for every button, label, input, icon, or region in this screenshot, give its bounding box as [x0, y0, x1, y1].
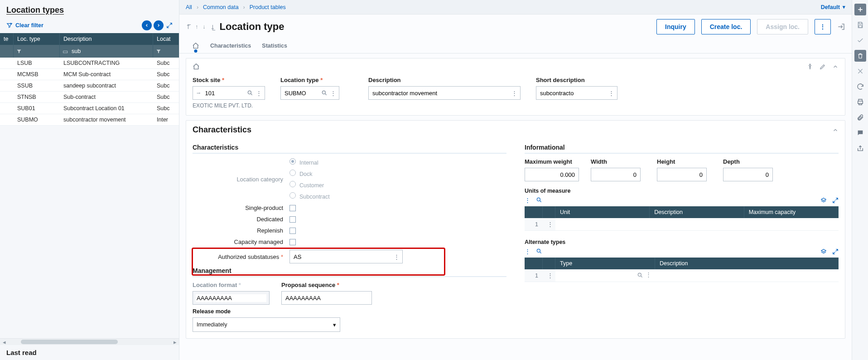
next-page-icon[interactable] — [154, 20, 164, 30]
share-icon[interactable] — [854, 142, 866, 154]
release-mode-select[interactable]: Immediately ▾ — [193, 317, 340, 332]
row-kebab-icon[interactable]: ⋮ — [543, 269, 555, 282]
list-item[interactable]: STNSBSub-contractSubc — [0, 92, 179, 103]
layers-icon[interactable] — [820, 197, 827, 204]
checkbox-replenish[interactable] — [289, 228, 296, 234]
col-loctype[interactable]: Loc. type — [14, 33, 60, 45]
search-icon[interactable] — [247, 90, 253, 96]
record-nav: ↑̅ ↑ ↓ ↓̲ — [186, 24, 215, 30]
list-item[interactable]: MCMSBMCM Sub-contractSubc — [0, 69, 179, 80]
delete-icon[interactable] — [854, 50, 866, 62]
list-item[interactable]: SUB01Subcontract Location 01Subc — [0, 103, 179, 114]
search-icon[interactable] — [536, 197, 542, 204]
row-kebab-icon[interactable]: ⋮ — [543, 218, 555, 231]
col-locat[interactable]: Locat — [153, 33, 179, 45]
tab-characteristics[interactable]: Characteristics — [210, 43, 251, 49]
expand-icon[interactable] — [166, 22, 173, 29]
collapse-icon[interactable] — [832, 63, 839, 70]
expand-icon[interactable] — [832, 248, 839, 255]
depth-input[interactable] — [726, 171, 770, 179]
collapse-icon[interactable] — [832, 127, 839, 133]
checkbox-single-product[interactable] — [289, 205, 296, 211]
scroll-left-icon[interactable]: ◂ — [1, 339, 7, 345]
col-cap[interactable]: Maximum capacity — [744, 206, 839, 218]
stock-site-input[interactable] — [204, 89, 245, 97]
kebab-icon[interactable]: ⋮ — [646, 271, 651, 278]
col-description[interactable]: Description — [60, 33, 153, 45]
svg-point-4 — [638, 273, 641, 276]
scroll-right-icon[interactable]: ▸ — [172, 339, 178, 345]
expand-icon[interactable] — [832, 197, 839, 204]
cancel-icon[interactable] — [854, 65, 866, 77]
width-input[interactable] — [594, 171, 637, 179]
kebab-icon[interactable]: ⋮ — [525, 197, 530, 204]
next-record-icon[interactable]: ↓ — [203, 24, 205, 30]
layers-icon[interactable] — [820, 248, 827, 255]
clear-filter[interactable]: Clear filter — [6, 22, 43, 29]
col-desc[interactable]: Description — [650, 206, 744, 218]
scroll-thumb[interactable] — [21, 340, 118, 344]
profile-selector[interactable]: Default ▾ — [821, 4, 845, 10]
chat-icon[interactable] — [854, 127, 866, 139]
pin-icon[interactable] — [807, 63, 813, 70]
breadcrumb-all[interactable]: All — [186, 4, 192, 10]
create-loc-button[interactable]: Create loc. — [701, 19, 751, 34]
list-item[interactable]: SSUBsandeep subcontractSubc — [0, 80, 179, 92]
search-icon[interactable] — [637, 272, 643, 278]
uom-table[interactable]: Unit Description Maximum capacity 1⋮ — [525, 206, 839, 231]
description-input[interactable] — [371, 89, 509, 97]
page-more-button[interactable]: ⋮ — [815, 19, 831, 34]
list-item[interactable]: SUBMOsubcontractor movementInter — [0, 114, 179, 126]
refresh-icon[interactable] — [854, 81, 866, 92]
breadcrumb-common[interactable]: Common data — [203, 4, 239, 10]
funnel-icon[interactable] — [16, 49, 22, 54]
kebab-icon[interactable]: ⋮ — [256, 90, 262, 97]
first-record-icon[interactable]: ↑̅ — [186, 24, 191, 30]
col-unit[interactable]: Unit — [555, 206, 650, 218]
prev-record-icon[interactable]: ↑ — [195, 24, 198, 30]
home-tab-icon[interactable] — [192, 42, 199, 49]
col-type[interactable]: Type — [555, 258, 655, 269]
attach-icon[interactable] — [854, 112, 866, 123]
checkbox-capacity-managed[interactable] — [289, 239, 296, 245]
print-icon[interactable] — [854, 96, 866, 108]
table-row[interactable]: 1⋮ ⋮ — [525, 269, 839, 282]
kebab-icon[interactable]: ⋮ — [330, 90, 336, 97]
col-site[interactable]: te — [0, 33, 14, 45]
short-description-input[interactable] — [539, 89, 606, 97]
search-icon[interactable] — [321, 90, 328, 96]
col-desc[interactable]: Description — [655, 258, 839, 269]
inquiry-button[interactable]: Inquiry — [656, 19, 695, 34]
kebab-icon[interactable]: ⋮ — [608, 90, 614, 97]
kebab-icon[interactable]: ⋮ — [511, 90, 517, 97]
breadcrumb-product[interactable]: Product tables — [250, 4, 286, 10]
horizontal-scrollbar[interactable]: ◂ ▸ — [0, 339, 179, 345]
proposal-sequence-input[interactable] — [285, 294, 369, 302]
edit-icon[interactable] — [820, 63, 826, 70]
filter-description-input[interactable] — [71, 48, 150, 55]
add-icon[interactable] — [854, 4, 866, 15]
save-icon[interactable] — [854, 19, 866, 31]
max-weight-input[interactable] — [528, 171, 576, 179]
auth-substatus-input[interactable] — [293, 253, 391, 261]
table-row[interactable]: 1⋮ — [525, 218, 839, 231]
exit-icon[interactable] — [837, 23, 845, 31]
funnel-icon[interactable] — [156, 49, 161, 54]
tabs: Characteristics Statistics — [179, 38, 852, 54]
checkbox-dedicated[interactable] — [289, 216, 296, 223]
label-single-product: Single-product — [193, 204, 283, 211]
prev-page-icon[interactable] — [142, 20, 152, 30]
height-input[interactable] — [660, 171, 704, 179]
check-icon[interactable] — [854, 34, 866, 46]
alt-types-table[interactable]: Type Description 1⋮ ⋮ — [525, 258, 839, 282]
jump-icon[interactable]: → — [196, 90, 202, 96]
search-icon[interactable] — [536, 248, 542, 255]
kebab-icon[interactable]: ⋮ — [525, 248, 530, 255]
list-item[interactable]: LSUBLSUBCONTRACTINGSubc — [0, 58, 179, 69]
location-types-grid[interactable]: te Loc. type Description Locat ▭ LSUBLSU… — [0, 33, 179, 126]
last-read-bar[interactable]: Last read — [0, 345, 179, 360]
last-record-icon[interactable]: ↓̲ — [210, 24, 215, 30]
location-type-input[interactable] — [284, 89, 318, 97]
tab-statistics[interactable]: Statistics — [262, 43, 287, 49]
kebab-icon[interactable]: ⋮ — [394, 253, 400, 260]
